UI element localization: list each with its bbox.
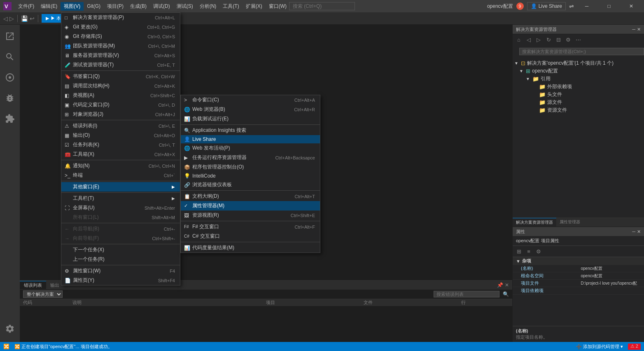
menu-error-list[interactable]: ⚠ 错误列表(I) Ctrl+\, E [61,121,180,131]
title-search-input[interactable] [289,2,355,10]
home-icon[interactable]: ⌂ [514,35,523,44]
close-panel-icon[interactable]: ✕ [637,27,641,32]
error-search-icon[interactable]: 🔍 [503,291,509,297]
liveshare-button[interactable]: 👤 Live Share [527,2,566,10]
activity-extensions[interactable] [0,109,20,129]
menu-output[interactable]: ▦ 输出(O) Ctrl+Alt+O [61,131,180,140]
close-props-icon[interactable]: ✕ [637,229,641,234]
resource-files-item[interactable]: 📁 资源文件 [513,106,644,114]
menu-git-changes[interactable]: ◈ Git 更改(G) Ctrl+0, Ctrl+G [61,22,180,32]
owmenu-browser-link[interactable]: 🔗 浏览器链接仪表板 [181,180,320,190]
tab-property-manager[interactable]: 属性管理器 [556,218,583,227]
external-deps-item[interactable]: 📁 外部依赖项 [513,83,644,91]
otherwin-submenu[interactable]: > 命令窗口(C) Ctrl+Alt+A 🌐 Web 浏览器(B) Ctrl+A… [180,95,320,253]
menu-server-explorer[interactable]: 🖥 服务器资源管理器(V) Ctrl+Alt+S [61,51,180,60]
add-to-source-button[interactable]: ➕ 添加到源代码管理 ▾ [576,344,623,350]
menu-notifications[interactable]: 🔔 通知(N) Ctrl+\, Ctrl+N [61,161,180,171]
back-icon[interactable]: ◁ [524,35,533,44]
close-panel-icon[interactable]: ✕ [505,282,509,288]
props-settings-icon[interactable]: ⚙ [534,247,543,256]
view-menu[interactable]: □ 解决方案资源管理器(P) Ctrl+Alt+L ◈ Git 更改(G) Ct… [61,12,180,285]
activity-settings[interactable] [0,319,20,339]
prop-row-deps[interactable]: 项目依赖项 [513,287,644,295]
menu-extensions[interactable]: 扩展(X) [243,2,266,11]
tab-error-list[interactable]: 错误列表 [20,281,46,289]
owmenu-code-metrics[interactable]: 📊 代码度量值结果(M) [181,243,320,253]
menu-test-explorer[interactable]: 🧪 测试资源管理器(T) Ctrl+E, T [61,60,180,70]
owmenu-resource-view[interactable]: 🖼 资源视图(R) Ctrl+Shift+E [181,211,320,220]
prop-row-file[interactable]: 项目文件 D:\project-I love you!\opencv配 [513,280,644,287]
menu-file[interactable]: 文件(F) [15,2,37,11]
section-collapse-icon[interactable]: ▼ [516,259,520,264]
references-item[interactable]: ▼ 📁 引用 [513,75,644,83]
menu-code-definition[interactable]: ▣ 代码定义窗口(D) Ctrl+\, D [61,100,180,110]
menu-analyze[interactable]: 分析(N) [196,2,220,11]
menu-call-hierarchy[interactable]: ▤ 调用层次结构(H) Ctrl+Alt+K [61,81,180,91]
error-search-input[interactable] [434,291,499,297]
owmenu-web-browser[interactable]: 🌐 Web 浏览器(B) Ctrl+Alt+R [181,105,320,114]
activity-debug[interactable] [0,88,20,108]
save-icon[interactable]: 💾 [21,15,28,22]
owmenu-command[interactable]: > 命令窗口(C) Ctrl+Alt+A [181,95,320,105]
prop-row-namespace[interactable]: 根命名空间 opencv配置 [513,272,644,280]
owmenu-liveshare[interactable]: 👤 Live Share [181,135,320,143]
owmenu-pkg-console[interactable]: 📦 程序包管理器控制台(O) [181,162,320,172]
notification-badge[interactable]: 9 [516,2,524,10]
owmenu-prop-manager[interactable]: ✓ 属性管理器(M) [181,201,320,211]
menu-prev-task[interactable]: 上一个任务(R) [61,255,180,264]
prop-row-name[interactable]: (名称) opencv配置 [513,265,644,272]
menu-solution-explorer[interactable]: □ 解决方案资源管理器(P) Ctrl+Alt+L [61,13,180,22]
menu-object-browser[interactable]: ⊞ 对象浏览器(J) Ctrl+Alt+J [61,110,180,119]
nav-back-icon[interactable]: ◁ [3,15,8,22]
owmenu-doc-outline[interactable]: 📋 文档大纲(D) Ctrl+Alt+T [181,192,320,201]
menu-window[interactable]: 窗口(W) [266,2,290,11]
tab-solution-explorer[interactable]: 解决方案资源管理器 [513,218,556,227]
forward-icon[interactable]: ▷ [534,35,543,44]
props-grid-icon[interactable]: ⊞ [514,247,523,256]
collapse-icon[interactable]: ⊟ [554,35,563,44]
owmenu-task-runner[interactable]: ▶ 任务运行程序资源管理器 Ctrl+Alt+Backsapce [181,153,320,162]
project-item[interactable]: ▼ ⊞ opencv配置 [513,67,644,75]
menu-team-explorer[interactable]: 👥 团队资源管理器(M) Ctrl+\, Ctrl+M [61,41,180,51]
minimize-button[interactable]: ─ [577,0,596,12]
menu-other-windows[interactable]: 其他窗口(E) ▶ [61,182,180,192]
maximize-button[interactable]: □ [600,0,618,12]
scope-selector[interactable]: 整个解决方案 [23,290,63,298]
owmenu-appinsights[interactable]: 🔍 Application Insights 搜索 [181,126,320,135]
source-files-item[interactable]: 📁 源文件 [513,98,644,106]
props-list-icon[interactable]: ≡ [524,247,533,256]
menu-prop-page[interactable]: 📄 属性页(Y) Shift+F4 [61,276,180,285]
close-button[interactable]: ✕ [622,0,641,12]
owmenu-web-publish[interactable]: 🌐 Web 发布活动(P) [181,143,320,153]
activity-git[interactable] [0,68,20,87]
pin-props-icon[interactable]: ─ [632,229,635,234]
menu-view[interactable]: 视图(V) [61,2,84,11]
activity-explorer[interactable] [0,26,20,46]
more-icon[interactable]: ⋯ [574,35,583,44]
status-git-icon[interactable]: 🔀 [3,344,9,349]
menu-edit[interactable]: 编辑(E) [37,2,61,11]
menu-terminal[interactable]: >_ 终端 Ctrl+` [61,171,180,180]
menu-git-repo[interactable]: ◉ Git 存储库(S) Ctrl+0, Ctrl+S [61,32,180,41]
owmenu-fsharp[interactable]: F# F# 交互窗口 Ctrl+Alt+F [181,222,320,232]
settings-icon[interactable]: ⚙ [564,35,573,44]
header-files-item[interactable]: 📁 头文件 [513,91,644,98]
owmenu-load-test[interactable]: 📊 负载测试运行(E) [181,114,320,124]
menu-toolbox[interactable]: 🧰 工具箱(X) Ctrl+Alt+X [61,150,180,159]
owmenu-intellicode[interactable]: 💡 IntelliCode [181,172,320,180]
menu-test[interactable]: 测试(S) [173,2,196,11]
menu-git[interactable]: Git(G) [84,2,104,10]
menu-bookmarks[interactable]: 🔖 书签窗口(Q) Ctrl+K, Ctrl+W [61,72,180,81]
menu-prop-window[interactable]: ⚙ 属性窗口(W) F4 [61,266,180,276]
solution-root-item[interactable]: ▼ ⊡ 解决方案'opencv配置'(1 个项目/共 1 个) [513,59,644,67]
menu-fullscreen[interactable]: ⛶ 全屏幕(U) Shift+Alt+Enter [61,203,180,213]
solution-search-input[interactable] [519,48,644,55]
menu-debug[interactable]: 调试(D) [150,2,173,11]
refresh-icon[interactable]: ↻ [544,35,553,44]
menu-project[interactable]: 项目(P) [104,2,127,11]
menu-task-list[interactable]: ☑ 任务列表(K) Ctrl+\, T [61,140,180,150]
pin-panel-icon[interactable]: 📌 [497,282,503,288]
pin-icon[interactable]: ─ [632,27,635,32]
menu-class-view[interactable]: ◧ 类视图(A) Ctrl+Shift+C [61,91,180,100]
menu-next-task[interactable]: 下一个任务(X) [61,245,180,255]
